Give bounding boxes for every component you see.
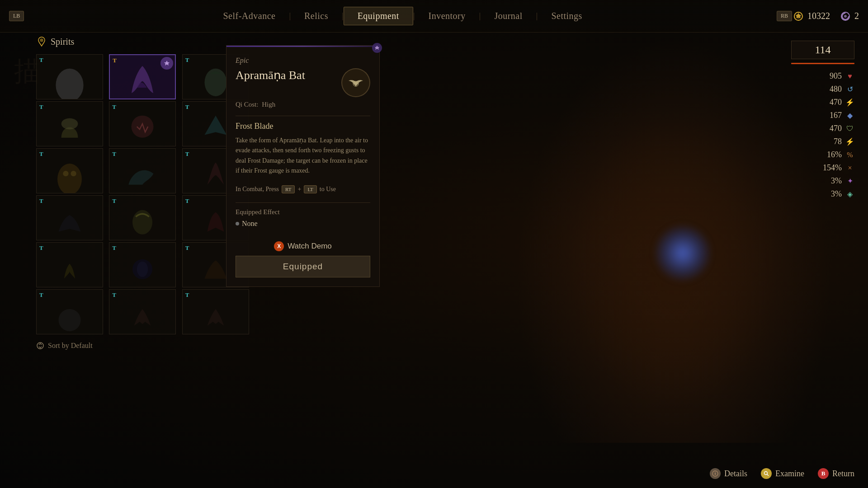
svg-point-20: [764, 472, 768, 475]
spirit-cell-8[interactable]: T: [109, 148, 176, 193]
stat-row-5: 78 ⚡: [791, 137, 854, 146]
nav-settings[interactable]: Settings: [538, 7, 595, 25]
sort-icon: [36, 342, 44, 350]
svg-point-15: [59, 309, 81, 331]
spirit-image-11: [109, 196, 175, 240]
level-progress-bar: [791, 63, 854, 64]
epic-rarity-bar: [226, 46, 379, 47]
stat-value-6: 16%: [815, 150, 842, 160]
spirit-cell-1[interactable]: T: [36, 54, 103, 99]
stat-row-1: 480 ↺: [791, 84, 854, 94]
return-button[interactable]: B Return: [818, 468, 854, 479]
stat-value-1: 480: [815, 84, 842, 94]
svg-point-8: [132, 116, 154, 138]
spirit-image-4: [37, 102, 103, 146]
spirit-tier-10: T: [39, 197, 43, 205]
spirit-image-7: [37, 149, 103, 193]
details-button[interactable]: Details: [710, 468, 747, 479]
combat-prefix: In Combat, Press: [236, 186, 279, 193]
spirit-tier-5: T: [112, 103, 116, 111]
svg-point-4: [40, 39, 43, 42]
item-qi-cost: Qi Cost: High: [236, 101, 370, 108]
spirit-tier-18: T: [185, 291, 189, 299]
spirit-cell-18[interactable]: T: [182, 289, 249, 334]
equipped-button[interactable]: Equipped: [236, 256, 370, 277]
stat-row-3: 167 ◆: [791, 111, 854, 120]
item-divider-2: [236, 202, 370, 203]
spirit-cell-2[interactable]: T: [109, 54, 176, 99]
examine-label: Examine: [775, 469, 804, 479]
spirit-tier-8: T: [112, 150, 116, 158]
return-label: Return: [832, 469, 854, 479]
spirit-cell-5[interactable]: T: [109, 101, 176, 146]
nav-relics[interactable]: Relics: [291, 7, 342, 25]
spirit-tier-12: T: [185, 197, 189, 205]
spirit-cell-13[interactable]: T: [36, 242, 103, 287]
stat-row-6: 16% %: [791, 150, 854, 160]
sort-button[interactable]: Sort by Default: [36, 342, 253, 350]
spirit-cell-17[interactable]: T: [109, 289, 176, 334]
watch-demo-button[interactable]: X Watch Demo: [236, 237, 370, 256]
stat-value-3: 167: [815, 111, 842, 120]
svg-point-17: [354, 81, 358, 84]
stat-value-5: 78: [815, 137, 842, 146]
nav-equipment[interactable]: Equipment: [344, 7, 413, 25]
stats-panel: 114 905 ♥ 480 ↺ 470 ⚡ 167 ◆ 470 🛡 78 ⚡ 1…: [791, 41, 854, 202]
spirit-tier-11: T: [112, 197, 116, 205]
svg-point-9: [57, 164, 82, 193]
stat-icon-2: ⚡: [845, 98, 854, 107]
qi-cost-label: Qi Cost:: [236, 101, 258, 108]
top-navigation: LB Self-Advance | Relics | Equipment | I…: [0, 0, 868, 33]
svg-point-5: [56, 69, 83, 99]
stat-value-0: 905: [815, 71, 842, 81]
spirit-cell-14[interactable]: T: [109, 242, 176, 287]
spirit-tier-6: T: [185, 103, 189, 111]
currency-1-icon: [792, 10, 805, 23]
spirit-type-badge: [372, 43, 382, 53]
item-header: Apramāṇa Bat: [236, 68, 370, 97]
nav-inventory[interactable]: Inventory: [415, 7, 479, 25]
currency-2-icon: [839, 10, 852, 23]
stat-icon-7: ×: [845, 164, 854, 173]
spirit-cell-7[interactable]: T: [36, 148, 103, 193]
nav-self-advance[interactable]: Self-Advance: [209, 7, 289, 25]
stat-icon-6: %: [845, 150, 854, 160]
rb-button[interactable]: RB: [777, 11, 792, 21]
level-badge: 114: [791, 41, 854, 59]
lb-button[interactable]: LB: [9, 11, 24, 21]
stat-row-4: 470 🛡: [791, 124, 854, 133]
equipped-effect-text: None: [242, 220, 258, 228]
examine-button[interactable]: Examine: [761, 468, 804, 479]
stat-row-7: 154% ×: [791, 163, 854, 173]
examine-btn-icon: [761, 468, 772, 479]
effect-dot: [236, 222, 239, 225]
stat-value-8: 3%: [815, 176, 842, 186]
spirits-panel: Spirits T T T T: [36, 36, 253, 350]
spirit-cell-11[interactable]: T: [109, 195, 176, 240]
svg-line-21: [767, 474, 769, 476]
sort-label: Sort by Default: [48, 342, 93, 350]
stat-icon-9: ◈: [845, 190, 854, 199]
svg-point-14: [137, 262, 148, 277]
stat-value-9: 3%: [815, 189, 842, 199]
skill-name: Frost Blade: [236, 122, 370, 131]
spirit-cell-16[interactable]: T: [36, 289, 103, 334]
spirits-grid: T T T T T: [36, 54, 253, 334]
spirit-cell-4[interactable]: T: [36, 101, 103, 146]
equipped-effect-label: Equipped Effect: [236, 208, 370, 216]
spirit-image-16: [37, 290, 103, 334]
blue-glow-effect: [656, 226, 710, 280]
spirit-cell-10[interactable]: T: [36, 195, 103, 240]
svg-point-11: [71, 171, 76, 176]
spirit-tier-15: T: [185, 244, 189, 252]
nav-journal[interactable]: Journal: [481, 7, 536, 25]
x-button-icon: X: [274, 241, 284, 251]
details-btn-icon: [710, 468, 721, 479]
details-label: Details: [724, 469, 747, 479]
stat-icon-5: ⚡: [845, 137, 854, 146]
currency-1-value: 10322: [807, 11, 830, 21]
currency-1: 10322: [792, 10, 830, 23]
item-icon-svg: [346, 73, 366, 93]
combat-plus: +: [297, 186, 301, 193]
skill-description: Take the form of Apramāṇa Bat. Leap into…: [236, 136, 370, 176]
